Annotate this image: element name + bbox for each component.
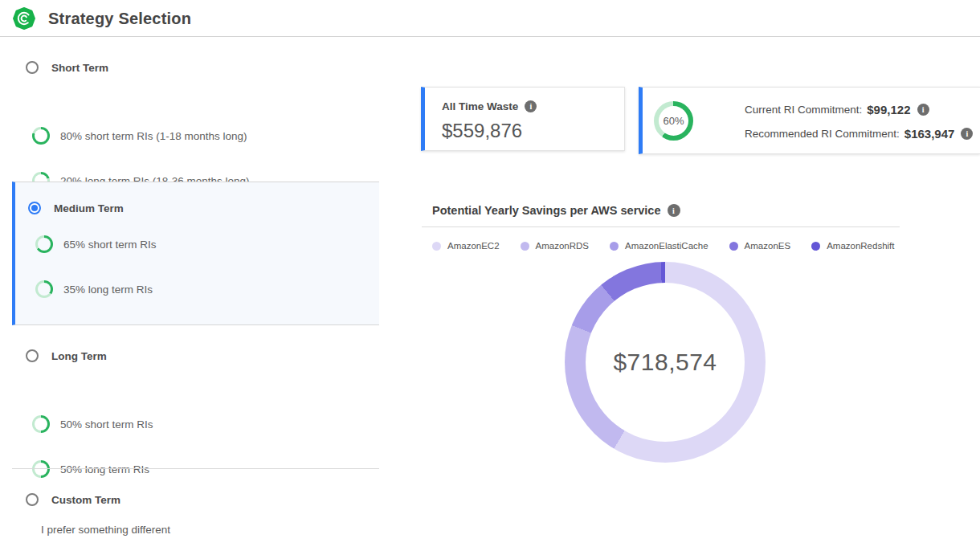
current-ri-commitment-value: $99,122 — [867, 103, 910, 116]
recommended-ri-commitment-label: Recommended RI Commitment: — [745, 128, 900, 140]
radio-medium-term[interactable] — [28, 202, 41, 214]
info-icon[interactable]: i — [525, 100, 537, 112]
legend-dot — [811, 242, 820, 251]
legend-item-amazonredshift[interactable]: AmazonRedshift — [811, 241, 894, 251]
option-short-term[interactable]: Short Term — [26, 61, 108, 74]
current-ri-commitment-label: Current RI Commitment: — [745, 104, 862, 116]
long-term-item-1: 50% short term RIs — [32, 415, 153, 433]
savings-chart-header: Potential Yearly Savings per AWS service… — [422, 201, 900, 227]
page-title: Strategy Selection — [48, 10, 191, 28]
progress-ring-65 — [35, 235, 53, 253]
recommended-ri-commitment-value: $163,947 — [904, 127, 955, 141]
legend-dot — [521, 242, 529, 251]
short-term-item-1: 80% short term RIs (1-18 months long) — [32, 127, 247, 145]
medium-term-item-1: 65% short term RIs — [35, 235, 157, 253]
page-header: Strategy Selection — [0, 0, 980, 37]
progress-ring-50a — [32, 415, 50, 433]
long-term-item-2: 50% long term RIs — [32, 460, 149, 478]
option-custom-term-label: Custom Term — [51, 494, 120, 506]
commitment-progress-ring: 60% — [654, 101, 693, 141]
option-long-term[interactable]: Long Term — [26, 349, 107, 362]
option-medium-term[interactable]: Medium Term — [28, 202, 124, 214]
option-custom-term[interactable]: Custom Term — [26, 493, 120, 506]
ri-commitment-card: 60% Current RI Commitment: $99,122 i Rec… — [639, 87, 980, 154]
radio-short-term[interactable] — [26, 61, 39, 74]
legend-dot — [729, 242, 738, 251]
option-medium-term-box[interactable]: Medium Term 65% short term RIs 35% long … — [12, 182, 379, 325]
progress-ring-80 — [32, 127, 50, 145]
legend-item-amazonec2[interactable]: AmazonEC2 — [432, 241, 500, 251]
legend-item-amazonelasticache[interactable]: AmazonElastiCache — [610, 241, 708, 251]
option-long-term-label: Long Term — [51, 350, 107, 362]
all-time-waste-value: $559,876 — [442, 120, 522, 142]
legend-dot — [432, 242, 441, 251]
app-logo-icon — [13, 7, 35, 30]
long-term-item-1-label: 50% short term RIs — [60, 418, 153, 431]
progress-ring-35 — [35, 280, 53, 298]
custom-term-description: I prefer something different — [41, 524, 170, 536]
medium-term-item-2: 35% long term RIs — [35, 280, 153, 298]
commitment-percent-label: 60% — [659, 106, 688, 136]
option-medium-term-label: Medium Term — [54, 202, 124, 214]
savings-chart-legend: AmazonEC2 AmazonRDS AmazonElastiCache Am… — [432, 241, 895, 251]
info-icon[interactable]: i — [961, 128, 973, 140]
info-icon[interactable]: i — [668, 204, 680, 217]
short-term-item-1-label: 80% short term RIs (1-18 months long) — [60, 130, 247, 142]
legend-item-amazones[interactable]: AmazonES — [729, 241, 791, 251]
current-ri-commitment-row: Current RI Commitment: $99,122 i — [745, 103, 929, 116]
long-term-item-2-label: 50% long term RIs — [60, 463, 149, 475]
savings-donut-hole: $718,574 — [586, 283, 745, 442]
option-short-term-label: Short Term — [51, 62, 108, 74]
progress-ring-50b — [32, 460, 50, 478]
savings-total: $718,574 — [613, 349, 717, 376]
medium-term-item-2-label: 35% long term RIs — [63, 284, 153, 296]
radio-custom-term[interactable] — [26, 493, 39, 506]
recommended-ri-commitment-row: Recommended RI Commitment: $163,947 i — [745, 127, 973, 141]
strategy-selection-page: Strategy Selection Short Term 80% short … — [0, 0, 980, 555]
info-icon[interactable]: i — [917, 104, 929, 116]
legend-dot — [610, 242, 619, 251]
section-divider — [12, 468, 379, 469]
all-time-waste-label: All Time Waste — [442, 100, 518, 112]
all-time-waste-card: All Time Waste i $559,876 — [421, 87, 625, 151]
medium-term-item-1-label: 65% short term RIs — [63, 239, 157, 251]
legend-item-amazonrds[interactable]: AmazonRDS — [521, 241, 589, 251]
savings-donut-ring: $718,574 — [565, 262, 766, 463]
radio-long-term[interactable] — [26, 349, 39, 362]
strategy-options-panel: Short Term 80% short term RIs (1-18 mont… — [12, 37, 379, 555]
savings-chart-title: Potential Yearly Savings per AWS service — [432, 204, 661, 217]
